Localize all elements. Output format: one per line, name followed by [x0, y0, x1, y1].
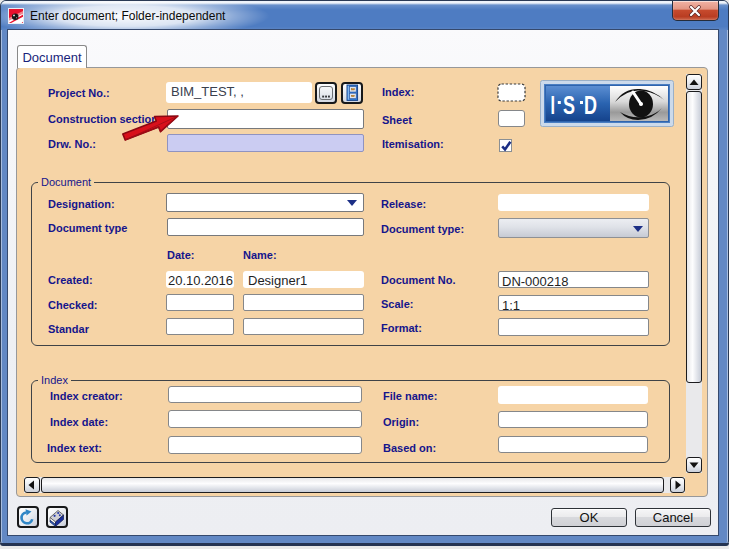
- svg-text:S: S: [563, 90, 575, 120]
- svg-text:I: I: [551, 90, 556, 120]
- svg-text:D: D: [584, 90, 597, 120]
